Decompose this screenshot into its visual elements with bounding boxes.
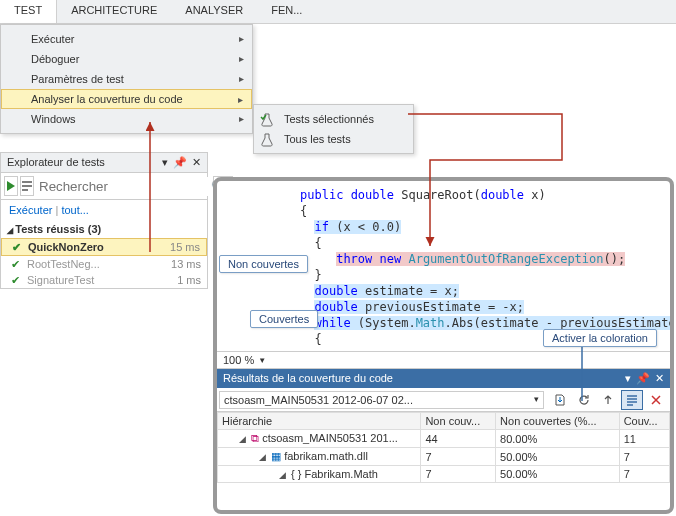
coverage-results: Résultats de la couverture du code ▾ 📌 ✕… xyxy=(217,369,670,483)
export-button[interactable] xyxy=(597,390,619,410)
dll-icon: ▦ xyxy=(268,450,284,462)
submenu-label: Tous les tests xyxy=(284,133,351,145)
header-hierarchie[interactable]: Hiérarchie xyxy=(218,413,421,430)
menu-item-executer[interactable]: Exécuter xyxy=(1,29,252,49)
coverage-run-combo[interactable]: ctsoasm_MAIN50531 2012-06-07 02... xyxy=(219,391,544,409)
coverage-row[interactable]: ◢ ⧉ ctsoasm_MAIN50531 201...4480.00%11 xyxy=(218,430,670,448)
test-explorer-links: Exécuter | tout... xyxy=(1,200,207,220)
submenu-tous-tests[interactable]: Tous les tests xyxy=(254,129,413,149)
panel-controls: ▾ 📌 ✕ xyxy=(160,156,201,169)
coverage-cell: 11 xyxy=(619,430,669,448)
callout-activer-coloration: Activer la coloration xyxy=(543,329,657,347)
tests-passed-section[interactable]: Tests réussis (3) xyxy=(1,220,207,238)
import-button[interactable] xyxy=(549,390,571,410)
test-explorer-panel: Explorateur de tests ▾ 📌 ✕ 🔍 ▾ Exécuter … xyxy=(0,152,208,289)
test-time: 15 ms xyxy=(170,241,200,253)
pass-icon: ✔ xyxy=(11,274,20,287)
coverage-cell: 80.00% xyxy=(496,430,620,448)
test-time: 13 ms xyxy=(171,258,201,270)
pin-icon[interactable]: 📌 xyxy=(636,372,650,384)
delete-button[interactable] xyxy=(645,390,667,410)
close-icon[interactable]: ✕ xyxy=(655,372,664,384)
coverage-title: Résultats de la couverture du code xyxy=(223,372,393,385)
coverage-submenu: Tests sélectionnés Tous les tests xyxy=(253,104,414,154)
playlist-button[interactable] xyxy=(20,176,34,196)
test-explorer-title: Explorateur de tests xyxy=(7,156,105,169)
menu-bar: TEST ARCHITECTURE ANALYSER FEN... xyxy=(0,0,676,24)
test-menu-dropdown: Exécuter Déboguer Paramètres de test Ana… xyxy=(0,24,253,134)
coverage-header-row: Hiérarchie Non couv... Non couvertes (%.… xyxy=(218,413,670,430)
test-name: RootTestNeg... xyxy=(27,258,100,270)
expand-icon[interactable]: ◢ xyxy=(276,470,288,480)
menu-tab-test[interactable]: TEST xyxy=(0,0,57,23)
test-time: 1 ms xyxy=(177,274,201,286)
flask-icon xyxy=(260,133,274,149)
test-name: QuickNonZero xyxy=(28,241,104,253)
menu-item-analyser-couverture[interactable]: Analyser la couverture du code xyxy=(1,89,252,109)
test-explorer-toolbar: 🔍 ▾ xyxy=(1,173,207,200)
dropdown-icon[interactable]: ▾ xyxy=(625,372,631,384)
coverage-cell: 7 xyxy=(619,466,669,483)
zoom-level: 100 % xyxy=(223,354,254,366)
coverage-titlebar: Résultats de la couverture du code ▾ 📌 ✕ xyxy=(217,369,670,388)
coverage-row[interactable]: ◢ { } Fabrikam.Math750.00%7 xyxy=(218,466,670,483)
refresh-button[interactable] xyxy=(573,390,595,410)
zoom-bar: 100 % ▼ xyxy=(217,351,670,369)
expand-icon[interactable]: ◢ xyxy=(256,452,268,462)
menu-item-windows[interactable]: Windows xyxy=(1,109,252,129)
pin-icon[interactable]: 📌 xyxy=(173,156,187,168)
header-couv[interactable]: Couv... xyxy=(619,413,669,430)
coverage-row[interactable]: ◢ ▦ fabrikam.math.dll750.00%7 xyxy=(218,448,670,466)
menu-tab-analyser[interactable]: ANALYSER xyxy=(171,0,257,23)
coverage-cell: 7 xyxy=(619,448,669,466)
coverage-cell: 7 xyxy=(421,448,496,466)
assembly-icon: ⧉ xyxy=(248,432,262,444)
header-non-couv[interactable]: Non couv... xyxy=(421,413,496,430)
pass-icon: ✔ xyxy=(11,258,20,271)
pass-icon: ✔ xyxy=(12,241,21,254)
test-explorer-titlebar: Explorateur de tests ▾ 📌 ✕ xyxy=(1,153,207,173)
coverage-label: ctsoasm_MAIN50531 201... xyxy=(262,432,398,444)
coverage-label: fabrikam.math.dll xyxy=(284,450,368,462)
menu-tab-window[interactable]: FEN... xyxy=(257,0,316,23)
expand-icon[interactable]: ◢ xyxy=(236,434,248,444)
run-all-button[interactable] xyxy=(4,176,18,196)
namespace-icon: { } xyxy=(288,468,305,480)
test-row-quicknonzero[interactable]: ✔ QuickNonZero 15 ms xyxy=(1,238,207,256)
menu-item-parametres[interactable]: Paramètres de test xyxy=(1,69,252,89)
coverage-cell: 44 xyxy=(421,430,496,448)
link-executer[interactable]: Exécuter xyxy=(9,204,52,216)
coverage-table: Hiérarchie Non couv... Non couvertes (%.… xyxy=(217,412,670,483)
flask-check-icon xyxy=(260,113,274,129)
test-name: SignatureTest xyxy=(27,274,94,286)
coverage-cell: 50.00% xyxy=(496,466,620,483)
search-input[interactable] xyxy=(35,177,212,196)
dropdown-icon[interactable]: ▾ xyxy=(162,156,168,168)
close-icon[interactable]: ✕ xyxy=(192,156,201,168)
menu-item-deboguer[interactable]: Déboguer xyxy=(1,49,252,69)
header-non-couv-pct[interactable]: Non couvertes (%... xyxy=(496,413,620,430)
test-row-signaturetest[interactable]: ✔ SignatureTest 1 ms xyxy=(1,272,207,288)
menu-tab-architecture[interactable]: ARCHITECTURE xyxy=(57,0,171,23)
callout-couvertes: Couvertes xyxy=(250,310,318,328)
zoom-dropdown-icon[interactable]: ▼ xyxy=(258,356,266,365)
test-row-roottestneg[interactable]: ✔ RootTestNeg... 13 ms xyxy=(1,256,207,272)
callout-non-couvertes: Non couvertes xyxy=(219,255,308,273)
coverage-cell: 7 xyxy=(421,466,496,483)
submenu-label: Tests sélectionnés xyxy=(284,113,374,125)
toggle-coloring-button[interactable] xyxy=(621,390,643,410)
link-tout[interactable]: tout... xyxy=(61,204,89,216)
coverage-toolbar: ctsoasm_MAIN50531 2012-06-07 02... xyxy=(217,388,670,412)
submenu-tests-selectionnes[interactable]: Tests sélectionnés xyxy=(254,109,413,129)
coverage-cell: 50.00% xyxy=(496,448,620,466)
coverage-label: Fabrikam.Math xyxy=(305,468,378,480)
